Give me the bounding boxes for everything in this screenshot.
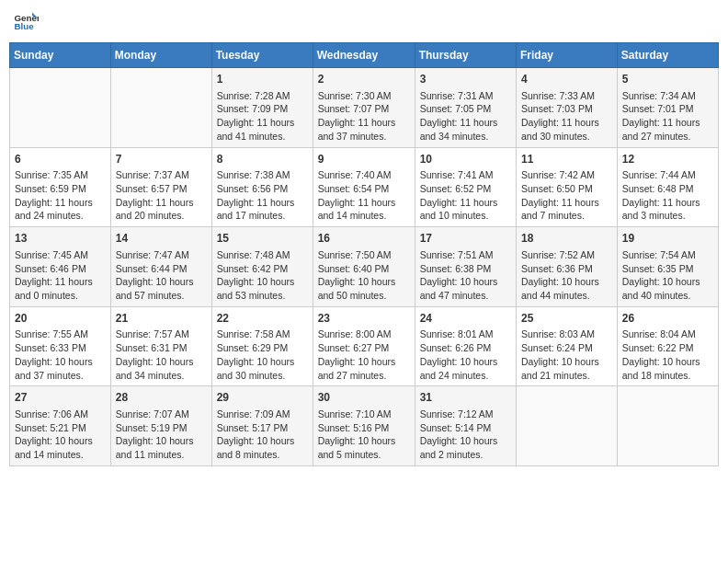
day-info: Sunrise: 7:40 AM <box>318 168 410 182</box>
day-info: Sunset: 6:46 PM <box>15 262 106 276</box>
calendar-cell: 25Sunrise: 8:03 AMSunset: 6:24 PMDayligh… <box>517 306 618 386</box>
day-info: Sunset: 5:16 PM <box>318 421 410 435</box>
day-number: 1 <box>217 72 308 87</box>
day-info: Sunset: 6:42 PM <box>217 262 308 276</box>
day-number: 21 <box>116 311 207 327</box>
day-info: Sunrise: 7:35 AM <box>15 168 106 182</box>
calendar-cell: 8Sunrise: 7:38 AMSunset: 6:56 PMDaylight… <box>211 147 313 227</box>
day-number: 2 <box>318 72 410 87</box>
calendar-week-row: 13Sunrise: 7:45 AMSunset: 6:46 PMDayligh… <box>10 227 719 307</box>
day-info: Sunset: 6:22 PM <box>622 341 713 355</box>
logo: General Blue <box>13 9 39 35</box>
day-info: Daylight: 10 hours and 57 minutes. <box>116 275 207 302</box>
calendar-cell: 1Sunrise: 7:28 AMSunset: 7:09 PMDaylight… <box>211 68 313 148</box>
day-number: 18 <box>521 231 612 247</box>
day-info: Sunset: 7:01 PM <box>622 102 713 116</box>
day-info: Daylight: 10 hours and 50 minutes. <box>318 275 410 302</box>
day-info: Sunrise: 7:55 AM <box>15 327 106 341</box>
calendar-cell <box>517 386 618 466</box>
day-info: Sunrise: 7:47 AM <box>116 248 207 262</box>
day-info: Sunrise: 7:38 AM <box>217 168 308 182</box>
day-number: 7 <box>116 152 207 167</box>
day-info: Sunset: 7:07 PM <box>318 102 410 116</box>
day-info: Sunset: 7:05 PM <box>420 102 511 116</box>
day-number: 5 <box>622 72 713 87</box>
calendar-cell: 6Sunrise: 7:35 AMSunset: 6:59 PMDaylight… <box>10 147 111 227</box>
day-info: Daylight: 11 hours and 34 minutes. <box>420 116 511 143</box>
day-info: Sunrise: 7:42 AM <box>521 168 612 182</box>
calendar-cell: 9Sunrise: 7:40 AMSunset: 6:54 PMDaylight… <box>313 147 415 227</box>
day-number: 12 <box>622 152 713 167</box>
day-info: Sunset: 6:31 PM <box>116 341 207 355</box>
day-info: Sunset: 6:48 PM <box>622 182 713 196</box>
day-info: Sunrise: 7:58 AM <box>217 327 308 341</box>
day-info: Sunrise: 8:01 AM <box>420 327 511 341</box>
calendar-cell: 24Sunrise: 8:01 AMSunset: 6:26 PMDayligh… <box>415 306 516 386</box>
calendar-cell: 30Sunrise: 7:10 AMSunset: 5:16 PMDayligh… <box>313 386 415 466</box>
day-number: 13 <box>15 231 106 247</box>
day-info: Daylight: 10 hours and 34 minutes. <box>116 355 207 382</box>
page-header: General Blue <box>9 9 719 35</box>
calendar-body: 1Sunrise: 7:28 AMSunset: 7:09 PMDaylight… <box>10 68 719 466</box>
day-number: 8 <box>217 152 308 167</box>
calendar-cell: 17Sunrise: 7:51 AMSunset: 6:38 PMDayligh… <box>415 227 516 307</box>
calendar-header-row: SundayMondayTuesdayWednesdayThursdayFrid… <box>10 43 719 68</box>
calendar-week-row: 20Sunrise: 7:55 AMSunset: 6:33 PMDayligh… <box>10 306 719 386</box>
day-info: Sunset: 6:52 PM <box>420 182 511 196</box>
day-info: Daylight: 10 hours and 21 minutes. <box>521 355 612 382</box>
calendar-cell: 28Sunrise: 7:07 AMSunset: 5:19 PMDayligh… <box>110 386 211 466</box>
day-number: 3 <box>420 72 511 87</box>
day-info: Daylight: 10 hours and 18 minutes. <box>622 355 713 382</box>
day-info: Sunrise: 8:00 AM <box>318 327 410 341</box>
day-number: 19 <box>622 231 713 247</box>
day-info: Daylight: 11 hours and 27 minutes. <box>622 116 713 143</box>
day-number: 20 <box>15 311 106 327</box>
day-info: Daylight: 11 hours and 3 minutes. <box>622 196 713 223</box>
day-info: Sunrise: 8:03 AM <box>521 327 612 341</box>
calendar-cell: 20Sunrise: 7:55 AMSunset: 6:33 PMDayligh… <box>10 306 111 386</box>
day-info: Daylight: 10 hours and 47 minutes. <box>420 275 511 302</box>
day-info: Sunset: 6:40 PM <box>318 262 410 276</box>
day-info: Daylight: 10 hours and 40 minutes. <box>622 275 713 302</box>
day-info: Sunrise: 7:12 AM <box>420 408 511 421</box>
day-number: 29 <box>217 390 308 406</box>
day-number: 10 <box>420 152 511 167</box>
calendar-cell: 5Sunrise: 7:34 AMSunset: 7:01 PMDaylight… <box>617 68 718 148</box>
day-of-week-header: Wednesday <box>313 43 415 68</box>
calendar-table: SundayMondayTuesdayWednesdayThursdayFrid… <box>9 42 719 466</box>
calendar-cell: 10Sunrise: 7:41 AMSunset: 6:52 PMDayligh… <box>415 147 516 227</box>
day-number: 31 <box>420 390 511 406</box>
calendar-cell: 27Sunrise: 7:06 AMSunset: 5:21 PMDayligh… <box>10 386 111 466</box>
day-info: Daylight: 10 hours and 37 minutes. <box>15 355 106 382</box>
day-info: Sunset: 6:35 PM <box>622 262 713 276</box>
day-info: Sunrise: 7:57 AM <box>116 327 207 341</box>
calendar-cell: 23Sunrise: 8:00 AMSunset: 6:27 PMDayligh… <box>313 306 415 386</box>
day-number: 4 <box>521 72 612 87</box>
calendar-cell: 14Sunrise: 7:47 AMSunset: 6:44 PMDayligh… <box>110 227 211 307</box>
day-info: Daylight: 10 hours and 11 minutes. <box>116 434 207 461</box>
calendar-cell: 11Sunrise: 7:42 AMSunset: 6:50 PMDayligh… <box>517 147 618 227</box>
calendar-cell: 26Sunrise: 8:04 AMSunset: 6:22 PMDayligh… <box>617 306 718 386</box>
calendar-cell <box>10 68 111 148</box>
day-info: Sunrise: 7:54 AM <box>622 248 713 262</box>
day-of-week-header: Tuesday <box>211 43 313 68</box>
day-info: Sunrise: 7:41 AM <box>420 168 511 182</box>
day-info: Sunset: 6:36 PM <box>521 262 612 276</box>
calendar-cell: 21Sunrise: 7:57 AMSunset: 6:31 PMDayligh… <box>110 306 211 386</box>
calendar-week-row: 27Sunrise: 7:06 AMSunset: 5:21 PMDayligh… <box>10 386 719 466</box>
calendar-cell: 15Sunrise: 7:48 AMSunset: 6:42 PMDayligh… <box>211 227 313 307</box>
day-of-week-header: Friday <box>517 43 618 68</box>
day-info: Sunset: 6:57 PM <box>116 182 207 196</box>
calendar-cell: 7Sunrise: 7:37 AMSunset: 6:57 PMDaylight… <box>110 147 211 227</box>
day-info: Sunset: 6:33 PM <box>15 341 106 355</box>
day-info: Sunrise: 7:33 AM <box>521 89 612 103</box>
day-info: Daylight: 11 hours and 30 minutes. <box>521 116 612 143</box>
day-info: Daylight: 11 hours and 17 minutes. <box>217 196 308 223</box>
day-info: Sunset: 5:19 PM <box>116 421 207 435</box>
day-number: 11 <box>521 152 612 167</box>
calendar-cell: 18Sunrise: 7:52 AMSunset: 6:36 PMDayligh… <box>517 227 618 307</box>
calendar-cell: 22Sunrise: 7:58 AMSunset: 6:29 PMDayligh… <box>211 306 313 386</box>
calendar-cell: 13Sunrise: 7:45 AMSunset: 6:46 PMDayligh… <box>10 227 111 307</box>
day-info: Sunrise: 7:28 AM <box>217 89 308 103</box>
day-info: Daylight: 10 hours and 53 minutes. <box>217 275 308 302</box>
